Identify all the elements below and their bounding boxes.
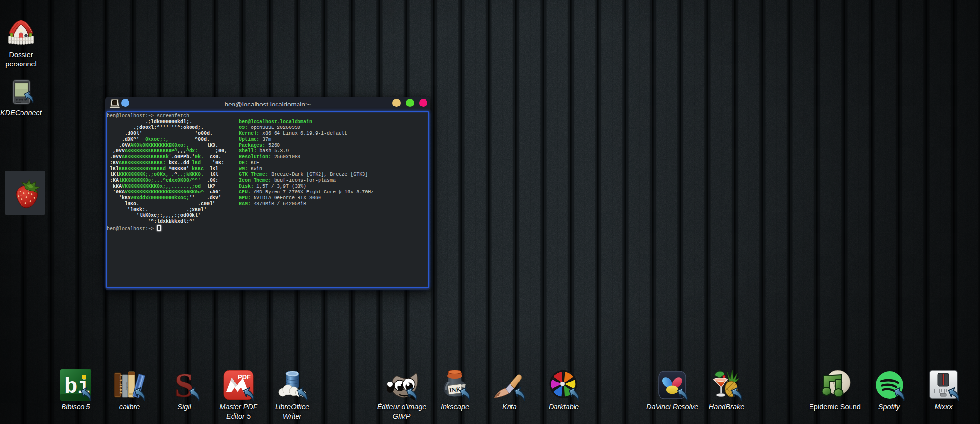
svg-text:PDF: PDF (238, 373, 251, 381)
svg-text:Sword of: Sword of (126, 382, 128, 390)
